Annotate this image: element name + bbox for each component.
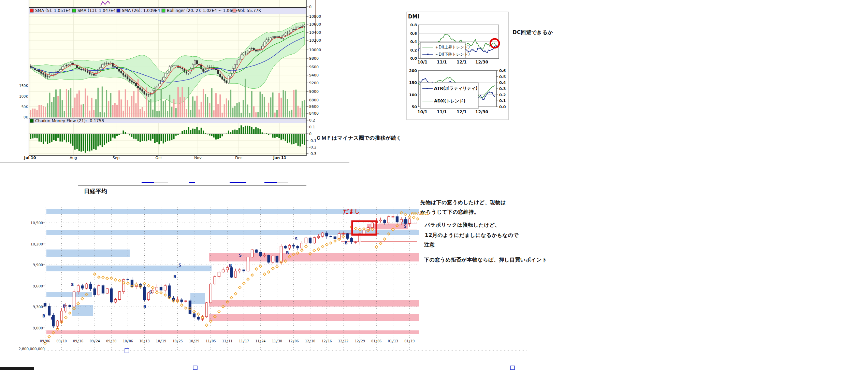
date-label: 12/22 — [338, 339, 348, 343]
note-caution: 注意 — [424, 242, 435, 248]
axis-tick-label: 0.2 — [499, 93, 506, 97]
candle — [342, 234, 345, 234]
candle — [292, 245, 295, 246]
object-marker — [125, 348, 129, 353]
month-label: Sep — [113, 156, 120, 160]
axis-tick-label: 12/1 — [457, 60, 466, 65]
signal-label: B — [42, 314, 45, 318]
legend-swatch — [162, 9, 165, 12]
link-underline[interactable] — [264, 182, 277, 183]
divider-top — [0, 162, 349, 164]
legend-swatch — [30, 9, 33, 12]
candle — [93, 289, 96, 295]
axis-tick-label: 0.3 — [499, 87, 506, 91]
candle — [326, 233, 328, 236]
sar-dot — [185, 307, 187, 310]
candle — [346, 234, 349, 239]
legend-label: SMA (5): 1.051E4 — [35, 8, 71, 13]
candle — [408, 219, 411, 223]
axis-tick-label: -0.1 — [309, 139, 316, 143]
axis-tick-label: 9,300 — [33, 305, 43, 309]
candle — [313, 238, 316, 243]
axis-tick-label: -0.2 — [309, 145, 316, 150]
date-label: 10/19 — [156, 339, 166, 343]
sar-dot — [81, 297, 84, 300]
divider-middle — [78, 185, 306, 186]
sar-dot — [156, 291, 158, 294]
axis-tick-label: 9000 — [309, 89, 319, 94]
date-label: 11/24 — [255, 339, 265, 343]
candle — [218, 272, 220, 276]
candle — [85, 284, 88, 288]
candle — [110, 289, 113, 302]
legend-swatch — [30, 119, 33, 123]
link-underline[interactable] — [230, 182, 246, 183]
sar-dot — [230, 296, 233, 299]
axis-tick-label: 12/30 — [475, 110, 488, 114]
object-marker — [510, 366, 515, 370]
axis-tick-label: 0.2 — [309, 118, 315, 123]
candle — [209, 284, 212, 303]
candle — [114, 300, 117, 302]
sar-dot — [205, 324, 208, 327]
axis-tick-label: 50 — [412, 105, 417, 109]
candle — [106, 289, 108, 293]
volume-axis-label: 2,800,000,000 — [0, 347, 45, 351]
axis-tick-label: 10400 — [309, 30, 321, 35]
candle — [56, 321, 59, 326]
axis-tick-label: 8600 — [309, 104, 319, 109]
month-label: Jul 10 — [24, 156, 36, 160]
candle — [384, 220, 386, 223]
axis-tick-label: 0.4 — [410, 40, 417, 44]
axis-tick-label: 0.6 — [410, 31, 417, 36]
candle — [276, 256, 278, 262]
axis-tick-label: 10/1 — [417, 110, 427, 114]
candle — [205, 303, 208, 317]
dmi-chart-title: DMI — [408, 14, 419, 20]
gap-band-blue — [46, 266, 212, 271]
sar-dot — [234, 292, 237, 295]
sar-dot — [164, 294, 167, 296]
axis-tick-label: 10,200 — [30, 242, 43, 246]
sar-dot — [255, 268, 258, 270]
month-label: Dec — [235, 156, 242, 160]
axis-tick-label: 0.6 — [499, 69, 506, 73]
date-label: 09/16 — [73, 339, 83, 343]
sar-dot — [180, 304, 183, 307]
top-stock-chart: SMA (5): 1.051E4SMA (13): 1.047E4SMA (26… — [19, 0, 321, 160]
axis-tick-label: 200 — [409, 69, 417, 73]
sar-dot — [102, 276, 104, 279]
sar-dot — [355, 227, 357, 230]
gap-band-blue — [46, 209, 419, 214]
axis-tick-label: 0.0 — [410, 56, 417, 61]
date-label: 09/30 — [106, 339, 116, 343]
candle — [400, 219, 403, 222]
sar-dot — [417, 217, 419, 220]
candle — [118, 291, 121, 299]
sar-dot — [98, 276, 100, 279]
axis-tick-label: 11/1 — [437, 110, 447, 114]
candle — [284, 246, 287, 248]
candle — [251, 250, 254, 257]
date-label: 11/30 — [272, 339, 282, 343]
axis-tick-label: 9600 — [309, 65, 319, 69]
link-underline[interactable] — [142, 182, 154, 183]
sar-dot — [77, 302, 79, 305]
legend-label: Chaikin Money Flow (21): -0.1758 — [35, 118, 104, 123]
date-label: 01/19 — [404, 339, 415, 343]
dmi-frame: 0.80.60.40.20.010/111/112/112/30＋DI(上昇トレ… — [407, 12, 508, 120]
gap-band-pink — [209, 300, 419, 307]
month-label: Nov — [194, 156, 202, 160]
worksheet-canvas: SMA (5): 1.051E4SMA (13): 1.047E4SMA (26… — [0, 0, 868, 370]
candle — [259, 252, 262, 256]
month-label: Oct — [155, 156, 162, 160]
candle — [330, 236, 332, 237]
link-underline[interactable] — [189, 182, 195, 183]
date-label: 09/24 — [90, 339, 100, 343]
candle — [247, 257, 249, 271]
candle — [197, 317, 200, 319]
signal-label: S — [295, 237, 298, 241]
candle — [69, 305, 71, 307]
signal-label: B — [345, 241, 348, 245]
candle — [350, 238, 353, 242]
